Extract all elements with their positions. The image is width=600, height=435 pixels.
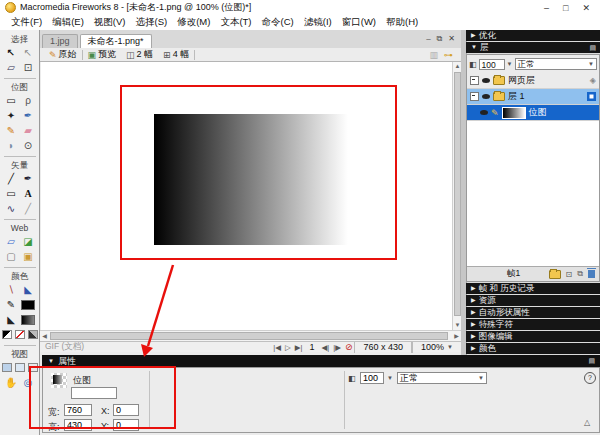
play-icon[interactable]: ▷ (283, 343, 293, 352)
menu-file[interactable]: 文件(F) (6, 16, 47, 29)
horizontal-scrollbar[interactable]: ◀ ▶ (40, 330, 461, 341)
minimize-icon[interactable]: – (544, 3, 549, 13)
eyedropper-tool-icon[interactable]: ∖ (4, 283, 18, 296)
hide-slices-tool-icon[interactable]: ▢ (4, 250, 18, 263)
menu-text[interactable]: 文本(T) (215, 16, 256, 29)
x-input[interactable] (113, 404, 139, 416)
brush-tool-icon[interactable]: ✒ (21, 109, 35, 122)
crop-tool-icon[interactable]: ⊡ (21, 61, 35, 74)
height-input[interactable] (64, 419, 92, 431)
image-editing-panel-header[interactable]: ▶ 图像编辑 (466, 331, 600, 342)
fill-color-swatch[interactable] (21, 315, 35, 325)
blend-mode-dropdown[interactable]: 正常 ▼ (397, 372, 487, 384)
close-icon[interactable]: ✕ (582, 3, 590, 13)
opacity-input[interactable] (360, 372, 384, 384)
preview-view-button[interactable]: ▣ 预览 (83, 49, 122, 61)
visibility-eye-icon[interactable] (482, 78, 490, 83)
help-icon[interactable]: ? (584, 372, 596, 384)
layer-blend-mode-dropdown[interactable]: 正常 ▼ (515, 58, 597, 70)
layer-row-web-layer[interactable]: 网页层 ◈ (467, 73, 599, 89)
marquee-tool-icon[interactable]: ▭ (4, 94, 18, 107)
layer-opacity-input[interactable]: 100 (479, 59, 505, 70)
text-tool-icon[interactable]: A (21, 187, 35, 200)
menu-window[interactable]: 窗口(W) (337, 16, 381, 29)
previous-frame-icon[interactable]: ◀| (319, 343, 331, 352)
layer-row-bitmap[interactable]: ✎ 位图 (467, 105, 599, 121)
new-layer-icon[interactable]: ⧉ (577, 269, 583, 279)
quick-export-icon[interactable]: ⊶ (444, 50, 453, 60)
hand-tool-icon[interactable]: ✋ (4, 376, 18, 389)
zoom-tool-icon[interactable]: ◎ (21, 376, 35, 389)
new-sub-layer-icon[interactable]: ⊡ (566, 270, 573, 279)
stroke-color-swatch[interactable] (21, 300, 35, 310)
layer-expander-icon[interactable] (470, 76, 479, 85)
freeform-tool-icon[interactable]: ∿ (4, 202, 18, 215)
menu-edit[interactable]: 编辑(E) (47, 16, 89, 29)
rubber-stamp-tool-icon[interactable]: ⊙ (21, 139, 35, 152)
menu-view[interactable]: 视图(V) (89, 16, 131, 29)
paint-bucket-tool-icon[interactable]: ◣ (21, 283, 35, 296)
full-screen-mode-button[interactable] (28, 363, 38, 372)
y-input[interactable] (113, 419, 139, 431)
pointer-tool-icon[interactable]: ↖ (4, 46, 18, 59)
assets-panel-header[interactable]: ▶ 资源 (466, 295, 600, 306)
scroll-right-icon[interactable]: ▶ (452, 332, 461, 341)
auto-shape-properties-panel-header[interactable]: ▶ 自动形状属性 (466, 307, 600, 318)
doc-close-icon[interactable]: ✕ (448, 34, 455, 44)
menu-modify[interactable]: 修改(M) (172, 16, 215, 29)
eraser-tool-icon[interactable]: ▰ (21, 124, 35, 137)
page-preview-icon[interactable]: ▥ (429, 50, 438, 60)
layer-row-layer1[interactable]: 层 1 (467, 89, 599, 105)
default-colors-button[interactable] (2, 330, 12, 339)
doc-restore-icon[interactable]: ⧉ (437, 34, 443, 44)
last-frame-icon[interactable]: ▶| (293, 343, 305, 352)
standard-screen-mode-button[interactable] (2, 363, 12, 372)
two-up-view-button[interactable]: ◫ 2 幅 (121, 49, 158, 61)
vertical-scrollbar[interactable]: ▲ ▼ (452, 62, 461, 330)
chevron-down-icon[interactable]: ▼ (507, 61, 513, 67)
layer-expander-icon[interactable] (470, 92, 479, 101)
horizontal-scroll-thumb[interactable] (50, 332, 448, 340)
optimize-panel-header[interactable]: ▶ 优化 (466, 30, 600, 41)
visibility-eye-icon[interactable] (482, 94, 490, 99)
vertical-scroll-thumb[interactable] (454, 72, 461, 316)
new-layer-folder-icon[interactable] (549, 270, 561, 279)
knife-tool-icon[interactable]: ╱ (21, 202, 35, 215)
pen-tool-icon[interactable]: ✒ (21, 172, 35, 185)
magic-wand-tool-icon[interactable]: ✦ (4, 109, 18, 122)
doc-minimize-icon[interactable]: – (426, 34, 430, 44)
special-characters-panel-header[interactable]: ▶ 特殊字符 (466, 319, 600, 330)
frames-history-panel-header[interactable]: ▶ 帧 和 历史记录 (466, 283, 600, 294)
rectangle-tool-icon[interactable]: ▭ (4, 187, 18, 200)
panel-options-icon[interactable]: ▤ (589, 42, 596, 53)
gradient-bitmap-object[interactable] (154, 114, 348, 245)
chevron-down-icon[interactable]: ▼ (387, 375, 393, 381)
delete-layer-trash-icon[interactable] (588, 270, 595, 278)
four-up-view-button[interactable]: ⊞ 4 幅 (158, 49, 194, 61)
subselection-tool-icon[interactable]: ↖ (21, 46, 35, 59)
visibility-eye-icon[interactable] (480, 110, 488, 115)
menu-select[interactable]: 选择(S) (130, 16, 172, 29)
scroll-left-icon[interactable]: ◀ (40, 332, 49, 341)
lasso-tool-icon[interactable]: ρ (21, 94, 35, 107)
scale-tool-icon[interactable]: ▱ (4, 61, 18, 74)
original-view-button[interactable]: ✎ 原始 (44, 49, 82, 61)
canvas-area[interactable] (41, 62, 452, 330)
slice-tool-icon[interactable]: ◪ (21, 235, 35, 248)
menu-commands[interactable]: 命令(C) (257, 16, 299, 29)
menu-filters[interactable]: 滤镜(I) (299, 16, 337, 29)
first-frame-icon[interactable]: |◀ (271, 343, 283, 352)
properties-panel-header[interactable]: ▼ 属性 ▤ (42, 355, 600, 367)
swap-colors-button[interactable] (28, 330, 38, 339)
show-slices-tool-icon[interactable]: ▣ (21, 250, 35, 263)
collapse-panel-icon[interactable]: △ (584, 418, 590, 427)
tab-untitled-png[interactable]: 未命名-1.png* (80, 34, 152, 48)
line-tool-icon[interactable]: ╱ (4, 172, 18, 185)
stop-icon[interactable]: ⊘ (343, 342, 355, 352)
full-screen-menus-mode-button[interactable] (15, 363, 25, 372)
maximize-icon[interactable]: □ (563, 3, 568, 13)
pencil-tool-icon[interactable]: ✎ (4, 124, 18, 137)
layers-panel-header[interactable]: ▼ 层 ▤ (466, 42, 600, 53)
zoom-level-dropdown[interactable]: 100% ▼ (412, 342, 461, 353)
no-color-button[interactable] (15, 330, 25, 339)
